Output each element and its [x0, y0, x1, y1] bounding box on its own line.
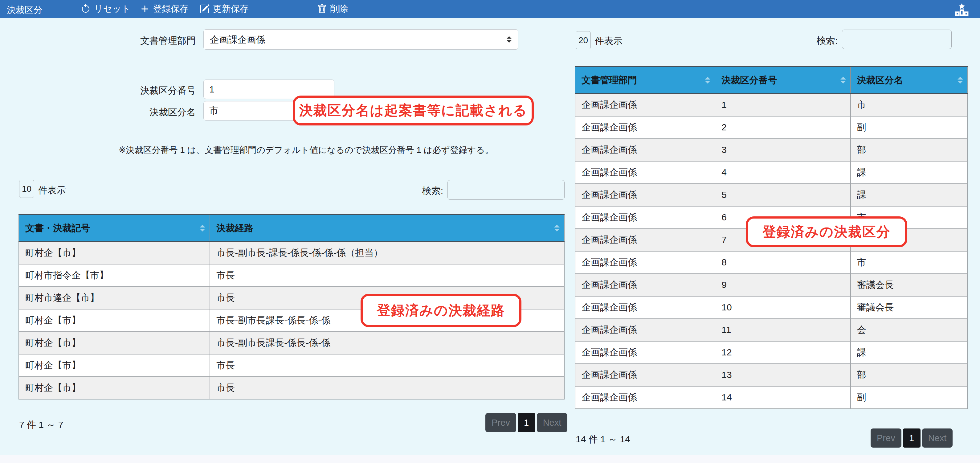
categories-table-info: 14 件 1 ～ 14 — [576, 433, 630, 446]
table-cell: 市長 — [210, 377, 564, 399]
table-cell: 町村企【市】 — [19, 242, 210, 264]
routes-pagination: Prev 1 Next — [485, 413, 567, 432]
update-save-button[interactable]: 更新保存 — [200, 2, 249, 16]
column-header[interactable]: 文書管理部門 — [575, 67, 715, 94]
column-header[interactable]: 文書・決裁記号 — [19, 215, 210, 242]
table-cell: 市 — [851, 94, 968, 116]
table-header-row: 文書管理部門決裁区分番号決裁区分名 — [575, 67, 968, 94]
table-cell: 8 — [715, 251, 850, 274]
table-cell: 5 — [715, 184, 850, 206]
routes-page-length-select[interactable]: 10 — [19, 180, 34, 198]
categories-pagination: Prev 1 Next — [870, 428, 953, 447]
register-save-button[interactable]: 登録保存 — [140, 2, 189, 16]
table-cell: 市長 — [210, 354, 564, 377]
table-row[interactable]: 町村企【市】市長 — [19, 354, 564, 377]
page-bottom-strip — [0, 455, 980, 463]
table-cell: 市 — [851, 251, 968, 274]
table-cell: 市長 — [210, 264, 564, 287]
routes-page-1-button[interactable]: 1 — [518, 413, 535, 432]
routes-next-button[interactable]: Next — [537, 413, 568, 432]
table-cell: 町村企【市】 — [19, 377, 210, 399]
table-cell: 企画課企画係 — [575, 319, 715, 341]
table-row[interactable]: 企画課企画係11会 — [575, 319, 968, 341]
column-header[interactable]: 決裁経路 — [210, 215, 564, 242]
table-cell: 部 — [851, 364, 968, 386]
table-cell: 町村企【市】 — [19, 332, 210, 354]
table-cell: 町村企【市】 — [19, 309, 210, 332]
table-cell: 町村市指令企【市】 — [19, 264, 210, 287]
routes-prev-button[interactable]: Prev — [485, 413, 516, 432]
table-cell: 会 — [851, 319, 968, 341]
categories-page-length-select[interactable]: 20 — [576, 31, 591, 49]
column-label: 決裁経路 — [216, 223, 253, 233]
table-row[interactable]: 企画課企画係4課 — [575, 161, 968, 184]
column-header[interactable]: 決裁区分名 — [851, 67, 968, 94]
annotation-category-name: 決裁区分名は起案書等に記載される — [293, 95, 534, 126]
toolbar: 決裁区分 リセット 登録保存 — [0, 0, 980, 18]
table-row[interactable]: 企画課企画係3部 — [575, 139, 968, 161]
edit-icon — [200, 4, 210, 14]
column-label: 決裁区分名 — [857, 75, 903, 85]
table-cell: 10 — [715, 296, 850, 319]
delete-label: 削除 — [330, 3, 348, 15]
table-cell: 企画課企画係 — [575, 386, 715, 409]
page-title: 決裁区分 — [7, 4, 43, 16]
podium-star-icon[interactable] — [955, 2, 969, 16]
table-cell: 課 — [851, 184, 968, 206]
routes-search-input[interactable] — [447, 180, 565, 200]
categories-next-button[interactable]: Next — [922, 428, 953, 447]
table-cell: 企画課企画係 — [575, 139, 715, 161]
table-cell: 企画課企画係 — [575, 251, 715, 274]
plus-icon — [140, 4, 150, 14]
categories-page-1-button[interactable]: 1 — [903, 428, 921, 447]
table-cell: 課 — [851, 161, 968, 184]
table-cell: 13 — [715, 364, 850, 386]
table-row[interactable]: 企画課企画係12課 — [575, 341, 968, 364]
table-row[interactable]: 企画課企画係14副 — [575, 386, 968, 409]
routes-search-label: 検索: — [409, 185, 443, 197]
column-header[interactable]: 決裁区分番号 — [715, 67, 850, 94]
table-cell: 企画課企画係 — [575, 229, 715, 251]
sort-icon — [958, 74, 963, 86]
sort-icon — [840, 74, 846, 86]
table-cell: 企画課企画係 — [575, 116, 715, 139]
table-header-row: 文書・決裁記号決裁経路 — [19, 215, 564, 242]
delete-button[interactable]: 削除 — [317, 2, 348, 16]
table-row[interactable]: 町村企【市】市長-副市長課長-係長-係-係 — [19, 332, 564, 354]
table-cell: 企画課企画係 — [575, 161, 715, 184]
routes-table-info: 7 件 1 ～ 7 — [19, 418, 63, 431]
table-cell: 企画課企画係 — [575, 364, 715, 386]
sort-icon — [554, 222, 560, 234]
update-save-label: 更新保存 — [213, 3, 249, 15]
table-cell: 11 — [715, 319, 850, 341]
table-row[interactable]: 企画課企画係5課 — [575, 184, 968, 206]
sort-icon — [705, 74, 710, 86]
department-select[interactable]: 企画課企画係 — [204, 29, 519, 49]
table-cell: 企画課企画係 — [575, 184, 715, 206]
column-label: 決裁区分番号 — [721, 75, 777, 85]
department-label: 文書管理部門 — [19, 35, 196, 47]
table-row[interactable]: 町村企【市】市長 — [19, 377, 564, 399]
approval-category-page: 決裁区分 リセット 登録保存 — [0, 0, 980, 463]
reset-button[interactable]: リセット — [81, 2, 130, 16]
table-cell: 3 — [715, 139, 850, 161]
category-name-label: 決裁区分名 — [19, 106, 196, 119]
table-row[interactable]: 企画課企画係1市 — [575, 94, 968, 116]
sort-icon — [200, 222, 205, 234]
table-row[interactable]: 企画課企画係2副 — [575, 116, 968, 139]
table-row[interactable]: 企画課企画係10審議会長 — [575, 296, 968, 319]
reset-label: リセット — [94, 3, 130, 15]
annotation-registered-routes: 登録済みの決裁経路 — [361, 294, 522, 327]
categories-page-length-suffix: 件表示 — [595, 35, 622, 48]
table-row[interactable]: 町村企【市】市長-副市長-課長-係長-係-係-係（担当） — [19, 242, 564, 264]
categories-search-label: 検索: — [804, 35, 838, 47]
table-cell: 2 — [715, 116, 850, 139]
table-row[interactable]: 企画課企画係8市 — [575, 251, 968, 274]
table-cell: 部 — [851, 139, 968, 161]
categories-search-input[interactable] — [842, 30, 951, 49]
categories-prev-button[interactable]: Prev — [870, 428, 901, 447]
table-row[interactable]: 企画課企画係9審議会長 — [575, 274, 968, 296]
table-row[interactable]: 企画課企画係13部 — [575, 364, 968, 386]
table-row[interactable]: 町村市指令企【市】市長 — [19, 264, 564, 287]
table-cell: 企画課企画係 — [575, 206, 715, 229]
